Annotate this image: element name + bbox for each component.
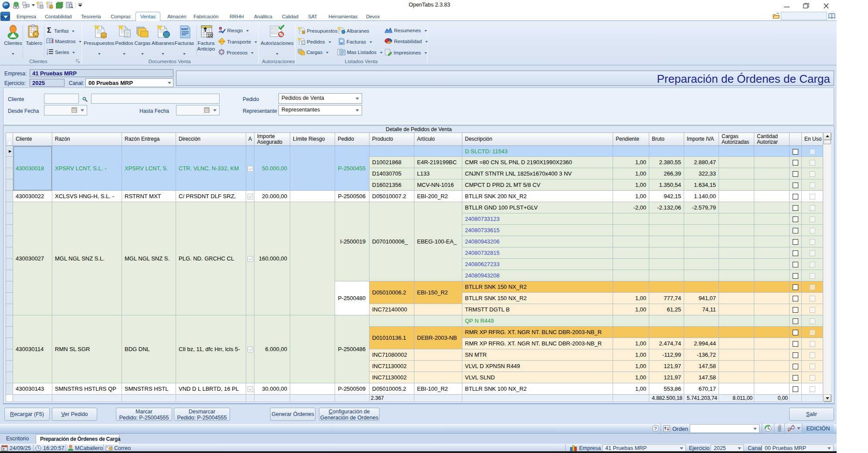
svg-text:3: 3 (47, 53, 48, 55)
svg-text:10: 10 (208, 33, 213, 38)
svg-text:NVRX: NVRX (181, 28, 188, 30)
svg-text:?: ? (654, 426, 657, 431)
svg-text:7: 7 (3, 447, 5, 451)
